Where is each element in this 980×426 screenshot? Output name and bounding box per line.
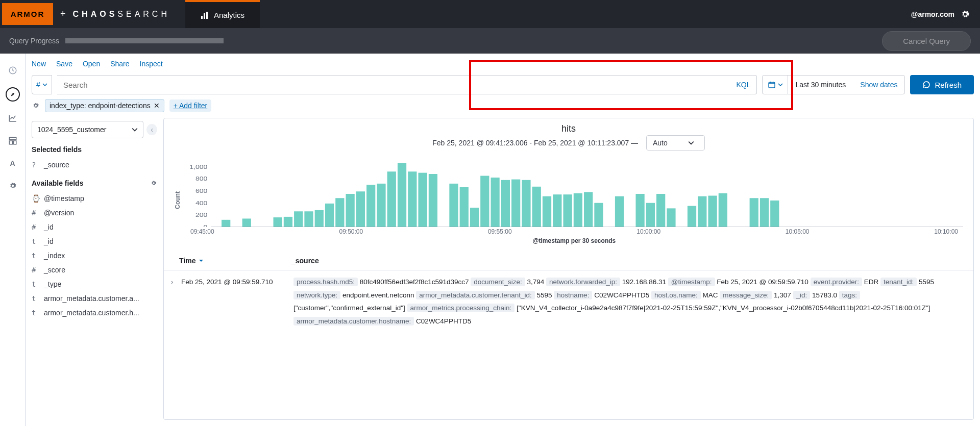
- filter-language-button[interactable]: #: [32, 75, 52, 94]
- add-filter-link[interactable]: + Add filter: [169, 99, 212, 112]
- share-link[interactable]: Share: [110, 60, 129, 68]
- new-link[interactable]: New: [32, 60, 46, 68]
- field-type-icon: t: [32, 280, 39, 288]
- field-item[interactable]: ?_source: [32, 158, 157, 172]
- field-name: _id: [44, 223, 54, 231]
- field-type-icon: t: [32, 309, 39, 317]
- save-link[interactable]: Save: [56, 60, 72, 68]
- time-picker: Last 30 minutes Show dates: [762, 75, 905, 94]
- svg-rect-42: [543, 196, 551, 227]
- open-link[interactable]: Open: [83, 60, 100, 68]
- field-key: network.type:: [293, 291, 340, 299]
- field-item[interactable]: t_type: [32, 277, 157, 291]
- left-rail: A: [0, 54, 26, 426]
- search-box: KQL: [57, 75, 757, 94]
- sort-down-icon: [199, 258, 204, 263]
- brand-chaossearch-logo: CHAOSSEARCH: [73, 10, 170, 19]
- field-item[interactable]: tarmor_metadata.customer.h...: [32, 306, 157, 320]
- tab-analytics[interactable]: Analytics: [185, 0, 260, 28]
- svg-rect-17: [274, 217, 282, 227]
- search-input[interactable]: [63, 81, 750, 89]
- brand-armor-logo: ARMOR: [2, 3, 53, 25]
- gear-icon[interactable]: [960, 9, 971, 20]
- svg-rect-49: [635, 194, 644, 227]
- field-item[interactable]: #_id: [32, 220, 157, 234]
- field-type-icon: t: [32, 294, 39, 303]
- svg-rect-23: [335, 198, 344, 227]
- field-key: _id:: [793, 291, 811, 299]
- field-item[interactable]: tarmor_metadata.customer.a...: [32, 291, 157, 306]
- field-item[interactable]: t_index: [32, 248, 157, 263]
- filter-chip[interactable]: index_type: endpoint-detections ✕: [45, 99, 164, 112]
- svg-marker-4: [11, 93, 14, 95]
- x-axis-ticks: 09:45:0009:50:0009:55:0010:00:0010:05:00…: [185, 228, 963, 235]
- field-item[interactable]: ⌚@timestamp: [32, 191, 157, 206]
- chevron-down-icon: [778, 82, 783, 87]
- field-item[interactable]: #_score: [32, 263, 157, 277]
- bar-chart-icon: [201, 11, 209, 19]
- svg-rect-5: [9, 137, 16, 140]
- svg-rect-1: [204, 13, 205, 19]
- settings-gear-icon[interactable]: [7, 180, 18, 191]
- field-name: _type: [44, 280, 61, 288]
- svg-rect-59: [770, 201, 779, 227]
- field-item[interactable]: #@version: [32, 206, 157, 220]
- show-dates-link[interactable]: Show dates: [853, 81, 904, 89]
- field-type-icon: #: [32, 266, 39, 274]
- field-name: _id: [44, 237, 54, 245]
- results-panel: hits Feb 25, 2021 @ 09:41:23.006 - Feb 2…: [163, 118, 974, 420]
- svg-rect-22: [325, 204, 334, 227]
- calendar-button[interactable]: [763, 76, 788, 94]
- inspect-link[interactable]: Inspect: [140, 60, 163, 68]
- refresh-button[interactable]: Refresh: [910, 75, 974, 94]
- y-axis-label: Count: [174, 191, 181, 209]
- x-axis-label: @timestamp per 30 seconds: [185, 237, 963, 244]
- cancel-query-button[interactable]: Cancel Query: [882, 31, 971, 51]
- line-chart-icon[interactable]: [7, 113, 18, 124]
- column-time[interactable]: Time: [179, 257, 291, 265]
- svg-rect-8: [769, 82, 775, 88]
- hits-range: Feb 25, 2021 @ 09:41:23.006 - Feb 25, 20…: [164, 135, 973, 151]
- collapse-sidebar-button[interactable]: ‹: [146, 124, 157, 135]
- svg-rect-30: [408, 171, 416, 227]
- compass-icon[interactable]: [6, 87, 20, 102]
- column-source[interactable]: _source: [291, 257, 319, 265]
- index-pattern-select[interactable]: 1024_5595_customer: [32, 121, 143, 138]
- svg-rect-18: [284, 217, 292, 227]
- interval-select[interactable]: Auto: [646, 135, 705, 151]
- svg-rect-56: [719, 193, 727, 227]
- field-type-icon: ⌚: [32, 194, 39, 203]
- svg-rect-44: [563, 194, 572, 227]
- svg-text:800: 800: [195, 176, 207, 182]
- svg-rect-43: [553, 194, 561, 227]
- filter-settings-icon[interactable]: [32, 102, 40, 110]
- fields-gear-icon[interactable]: [150, 180, 157, 187]
- time-range-label[interactable]: Last 30 minutes: [788, 81, 853, 89]
- progress-track: [65, 38, 224, 43]
- svg-rect-33: [449, 184, 458, 227]
- field-name: _index: [44, 252, 65, 260]
- svg-text:0: 0: [203, 224, 207, 227]
- svg-rect-26: [366, 185, 375, 227]
- svg-rect-31: [418, 173, 427, 227]
- close-icon[interactable]: ✕: [154, 102, 160, 110]
- svg-rect-19: [294, 211, 303, 227]
- doc-timestamp: Feb 25, 2021 @ 09:59:59.710: [181, 275, 293, 328]
- hits-title: hits: [164, 118, 973, 135]
- field-key: network.forwarded_ip:: [546, 278, 620, 286]
- field-name: _score: [44, 266, 65, 274]
- fields-sidebar: 1024_5595_customer ‹ Selected fields ?_s…: [26, 116, 163, 426]
- field-item[interactable]: t_id: [32, 234, 157, 248]
- svg-rect-29: [398, 163, 406, 227]
- expand-row-button[interactable]: ›: [171, 275, 181, 328]
- field-name: armor_metadata.customer.h...: [44, 309, 139, 317]
- dashboard-icon[interactable]: [7, 135, 18, 146]
- svg-rect-32: [429, 174, 437, 227]
- field-key: @timestamp:: [668, 278, 715, 286]
- kql-toggle[interactable]: KQL: [736, 81, 750, 89]
- field-key: tenant_id:: [880, 278, 917, 286]
- letter-a-icon[interactable]: A: [7, 158, 18, 169]
- svg-rect-21: [315, 210, 324, 227]
- clock-icon[interactable]: [7, 65, 18, 76]
- svg-rect-54: [698, 196, 706, 227]
